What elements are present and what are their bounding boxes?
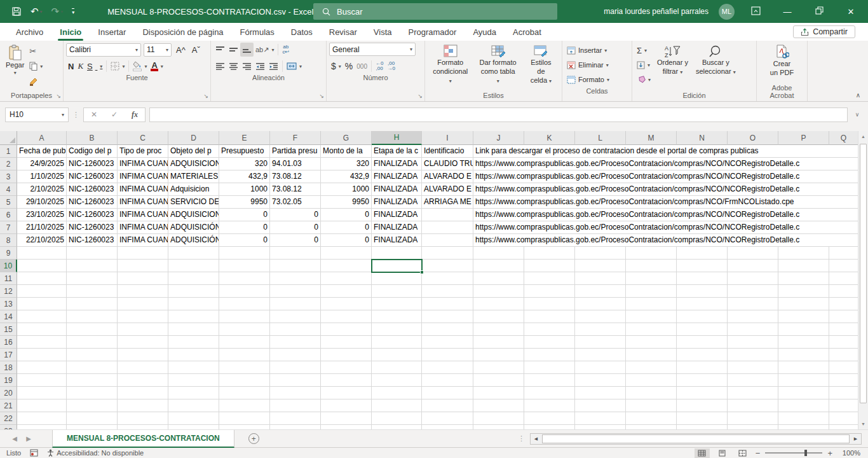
cell-P12[interactable]: [778, 285, 829, 298]
cell-P9[interactable]: [778, 247, 829, 260]
cell-O18[interactable]: [728, 361, 778, 374]
cell-P23[interactable]: [778, 425, 829, 429]
row-header-12[interactable]: 12: [0, 285, 17, 298]
cell-D10[interactable]: [168, 260, 219, 272]
cell-L16[interactable]: [575, 336, 626, 349]
cell-L17[interactable]: [575, 349, 626, 361]
cell-G23[interactable]: [321, 425, 372, 429]
cell-F6[interactable]: 0: [270, 209, 321, 221]
cell-P16[interactable]: [778, 336, 829, 349]
restore-button[interactable]: [808, 6, 830, 17]
cell-H16[interactable]: [372, 336, 422, 349]
cell-O12[interactable]: [728, 285, 778, 298]
row-header-14[interactable]: 14: [0, 310, 17, 323]
column-header-I[interactable]: I: [422, 131, 473, 145]
decrease-indent-button[interactable]: [254, 59, 267, 73]
cell-P17[interactable]: [778, 349, 829, 361]
cell-G7[interactable]: 0: [321, 221, 372, 234]
cell-O16[interactable]: [728, 336, 778, 349]
cell-G18[interactable]: [321, 361, 372, 374]
cell-P22[interactable]: [778, 412, 829, 425]
cell-B5[interactable]: NIC-1260023: [67, 196, 118, 209]
cell-D8[interactable]: ADQUISICIÓN: [168, 234, 219, 247]
cell-N11[interactable]: [677, 272, 728, 285]
cell-C6[interactable]: INFIMA CUAN: [118, 209, 168, 221]
cell-F20[interactable]: [270, 387, 321, 399]
name-box[interactable]: H10▾: [5, 108, 69, 122]
font-size-combo[interactable]: 11▾: [144, 43, 172, 57]
tab-scrollbar-splitter[interactable]: ⋮: [518, 434, 525, 443]
cell-G9[interactable]: [321, 247, 372, 260]
cell-L12[interactable]: [575, 285, 626, 298]
horizontal-scrollbar[interactable]: ◀ ▶: [530, 433, 862, 445]
cell-C13[interactable]: [118, 298, 168, 310]
cell-I7[interactable]: [422, 221, 473, 234]
font-name-combo[interactable]: Calibri▾: [66, 43, 141, 57]
cell-E5[interactable]: 9950: [219, 196, 270, 209]
cell-H23[interactable]: [372, 425, 422, 429]
column-header-J[interactable]: J: [473, 131, 524, 145]
row-header-4[interactable]: 4: [0, 183, 17, 196]
cell-J12[interactable]: [473, 285, 524, 298]
cell-N23[interactable]: [677, 425, 728, 429]
column-header-F[interactable]: F: [270, 131, 321, 145]
cell-B2[interactable]: NIC-1260023: [67, 158, 118, 170]
font-color-button[interactable]: A▾: [149, 59, 165, 73]
cell-O13[interactable]: [728, 298, 778, 310]
cell-Q15[interactable]: [829, 323, 858, 336]
create-pdf-button[interactable]: Crearun PDF: [767, 43, 797, 80]
cell-G20[interactable]: [321, 387, 372, 399]
cell-I8[interactable]: [422, 234, 473, 247]
cell-I5[interactable]: ARRIAGA ME: [422, 196, 473, 209]
cell-E14[interactable]: [219, 310, 270, 323]
cell-G4[interactable]: 1000: [321, 183, 372, 196]
fill-handle[interactable]: [420, 270, 424, 274]
cell-F15[interactable]: [270, 323, 321, 336]
user-name[interactable]: maria lourdes peñafiel parrales: [604, 7, 709, 16]
copy-button[interactable]: ▾: [27, 59, 44, 73]
cell-E3[interactable]: 432,9: [219, 170, 270, 183]
underline-button[interactable]: S ▾: [85, 59, 104, 73]
cell-K13[interactable]: [524, 298, 575, 310]
cell-A19[interactable]: [17, 374, 67, 387]
cell-G19[interactable]: [321, 374, 372, 387]
cell-P10[interactable]: [778, 260, 829, 272]
cell-B22[interactable]: [67, 412, 118, 425]
cell-G17[interactable]: [321, 349, 372, 361]
cell-K19[interactable]: [524, 374, 575, 387]
align-left-button[interactable]: [214, 59, 227, 73]
cell-A5[interactable]: 29/10/2025: [17, 196, 67, 209]
cell-B16[interactable]: [67, 336, 118, 349]
cell-Q18[interactable]: [829, 361, 858, 374]
cell-H6[interactable]: FINALIZADA: [372, 209, 422, 221]
cell-A7[interactable]: 21/10/2025: [17, 221, 67, 234]
cell-M14[interactable]: [626, 310, 677, 323]
cell-N13[interactable]: [677, 298, 728, 310]
cell-E2[interactable]: 320: [219, 158, 270, 170]
alignment-dialog-launcher[interactable]: ↘: [319, 93, 324, 99]
cell-B17[interactable]: [67, 349, 118, 361]
fill-button[interactable]: ▾: [635, 58, 653, 72]
cell-I20[interactable]: [422, 387, 473, 399]
cell-K21[interactable]: [524, 399, 575, 412]
enter-entry-button[interactable]: ✓: [104, 110, 125, 119]
cell-A13[interactable]: [17, 298, 67, 310]
scroll-right-button[interactable]: ▶: [850, 436, 861, 441]
cell-J10[interactable]: [473, 260, 524, 272]
cell-I18[interactable]: [422, 361, 473, 374]
cell-G14[interactable]: [321, 310, 372, 323]
cell-J17[interactable]: [473, 349, 524, 361]
cut-button[interactable]: ✂: [27, 44, 44, 58]
cell-G1[interactable]: Monto de la: [321, 145, 372, 158]
cell-C4[interactable]: INFIMA CUAN: [118, 183, 168, 196]
cell-B9[interactable]: [67, 247, 118, 260]
cell-O9[interactable]: [728, 247, 778, 260]
decrease-font-button[interactable]: Aˇ: [190, 43, 202, 57]
cell-N21[interactable]: [677, 399, 728, 412]
cell-J3[interactable]: https://www.compraspublicas.gob.ec/Proce…: [473, 170, 858, 183]
vertical-scrollbar[interactable]: ▲ ▼: [858, 131, 868, 429]
cell-O17[interactable]: [728, 349, 778, 361]
cell-C7[interactable]: INFIMA CUAN: [118, 221, 168, 234]
cell-D16[interactable]: [168, 336, 219, 349]
row-header-2[interactable]: 2: [0, 158, 17, 170]
